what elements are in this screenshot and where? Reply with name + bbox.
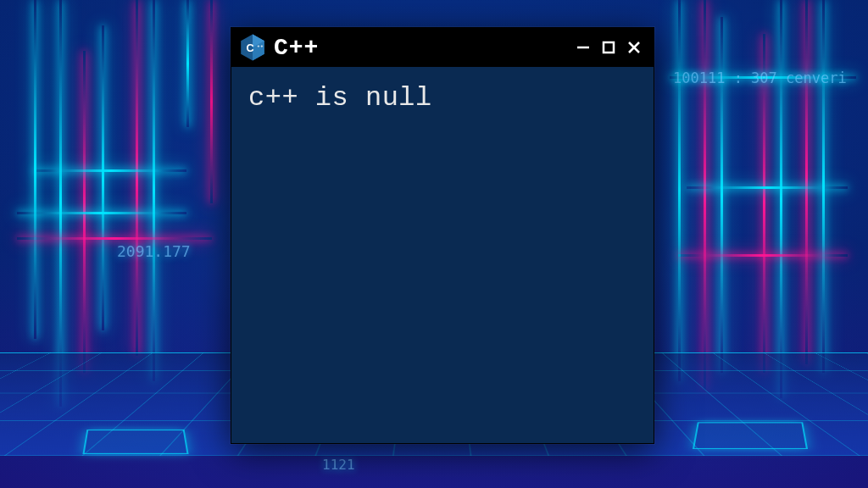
bg-text-bottom: 1121 (322, 457, 355, 473)
svg-text:+: + (257, 44, 259, 48)
floor-tile (82, 430, 188, 454)
maximize-button[interactable] (598, 36, 620, 58)
floor-tile (693, 422, 808, 449)
minimize-button[interactable] (572, 36, 594, 58)
window-title: C++ (274, 35, 564, 61)
bg-text-left: 2091.177 (117, 242, 191, 260)
svg-text:+: + (261, 44, 264, 48)
close-button[interactable] (623, 36, 645, 58)
titlebar[interactable]: C + + C++ (231, 28, 654, 67)
terminal-output: c++ is null (248, 82, 637, 114)
terminal-body[interactable]: c++ is null (231, 67, 654, 443)
svg-text:C: C (246, 42, 253, 54)
cpp-logo-icon: C + + (240, 33, 265, 62)
bg-text-right: 100111 : 307 cenveri (673, 69, 847, 86)
terminal-window: C + + C++ c++ is null (231, 27, 654, 444)
window-controls (572, 36, 645, 58)
svg-rect-7 (604, 42, 614, 53)
